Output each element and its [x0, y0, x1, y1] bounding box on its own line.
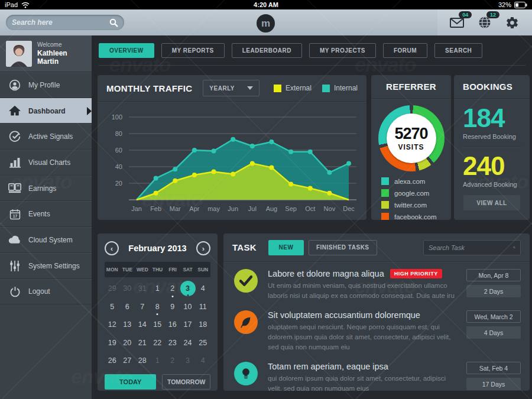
svg-text:17: 17	[12, 214, 17, 218]
sidebar-item-label: Earnings	[28, 184, 56, 193]
calendar-day-selected[interactable]: 3	[180, 280, 196, 298]
clock: 4:20 AM	[123, 1, 409, 8]
settings-button[interactable]	[502, 14, 523, 31]
calendar-day[interactable]: 13	[120, 316, 135, 334]
calendar-day[interactable]: 14	[135, 316, 150, 334]
task-date-button[interactable]: Sat, Feb 4	[466, 362, 521, 374]
sidebar-item-earnings[interactable]: Earnings	[0, 176, 92, 202]
calendar-day[interactable]: 20	[120, 334, 135, 352]
calendar-month-title: February 2013	[128, 244, 186, 253]
calendar-day[interactable]: 2	[165, 280, 180, 298]
tomorrow-button[interactable]: TOMORROW	[162, 374, 210, 390]
calendar-day[interactable]: 8	[150, 298, 166, 316]
calendar-day[interactable]: 4	[196, 280, 211, 298]
sidebar-item-dashboard[interactable]: Dashboard	[0, 98, 92, 124]
calendar-day[interactable]: 1	[150, 280, 166, 298]
calendar-day[interactable]: 29	[105, 280, 120, 298]
sidebar-item-logout[interactable]: Logout	[0, 279, 92, 305]
user-profile-box[interactable]: Welcome Kathleen Martin	[0, 35, 92, 72]
legend-swatch	[381, 201, 389, 209]
sliders-icon	[8, 261, 21, 271]
task-days-button[interactable]: 4 Days	[466, 326, 521, 339]
tab-my-projects[interactable]: MY PROJECTS	[309, 43, 376, 58]
event-dot	[187, 294, 189, 296]
calendar-day[interactable]: 18	[196, 316, 211, 334]
sidebar-item-label: Active Signals	[28, 132, 73, 141]
tab-divider	[99, 65, 525, 66]
tab-leaderboard[interactable]: LEADERBOARD	[232, 43, 302, 58]
sidebar-item-cloud-system[interactable]: Cloud System	[0, 227, 92, 253]
task-title: Labore et dolore magna aliqua	[268, 269, 384, 278]
calendar-day[interactable]: 9	[165, 298, 180, 316]
external-swatch	[274, 85, 281, 92]
bar-chart-icon	[8, 157, 21, 168]
calendar-day[interactable]: 22	[150, 334, 166, 352]
sidebar-item-system-settings[interactable]: System Settings	[0, 253, 92, 279]
event-dot	[157, 313, 158, 315]
app-logo[interactable]: m	[257, 14, 275, 33]
calendar-day[interactable]: 25	[196, 334, 211, 352]
global-search-input[interactable]	[12, 18, 109, 27]
calendar-day[interactable]: 1	[150, 352, 166, 370]
sidebar-item-events[interactable]: 17 Events	[0, 201, 92, 227]
welcome-label: Welcome	[37, 41, 86, 48]
calendar-day[interactable]: 7	[135, 298, 150, 316]
weekday-label: THU	[150, 267, 166, 273]
calendar-day[interactable]: 3	[180, 352, 196, 370]
next-month-button[interactable]: ›	[196, 241, 210, 255]
network-button[interactable]: 12	[475, 14, 495, 31]
calendar-day[interactable]: 4	[196, 352, 211, 370]
calendar-day[interactable]: 11	[196, 298, 211, 316]
svg-text:Mar: Mar	[170, 205, 181, 212]
calendar-day[interactable]: 10	[180, 298, 196, 316]
period-dropdown[interactable]: YEARLY	[203, 80, 259, 96]
calendar-grid: 2930311234567891011121314151617181920212…	[105, 280, 210, 370]
priority-badge: HIGH PRIORITY	[390, 269, 442, 278]
task-date-button[interactable]: Mon, Apr 8	[466, 269, 521, 281]
task-search[interactable]	[423, 240, 521, 255]
messages-button[interactable]: 04	[447, 14, 467, 31]
calendar-day[interactable]: 26	[105, 352, 120, 370]
calendar-day[interactable]: 5	[105, 298, 120, 316]
calendar-day[interactable]: 17	[180, 316, 196, 334]
tab-overview[interactable]: OVERVIEW	[99, 43, 154, 58]
tab-bar: OVERVIEW MY REPORTS LEADERBOARD MY PROJE…	[99, 43, 482, 58]
calendar-day[interactable]: 24	[180, 334, 196, 352]
chart-legend: External Internal	[274, 84, 358, 92]
today-button[interactable]: TODAY	[105, 374, 156, 390]
prev-month-button[interactable]: ‹	[105, 241, 119, 255]
calendar-day[interactable]: 30	[120, 280, 135, 298]
calendar-day[interactable]: 28	[135, 352, 150, 370]
calendar-day[interactable]: 12	[105, 316, 120, 334]
legend-label: google.com	[394, 190, 429, 197]
task-search-input[interactable]	[429, 244, 513, 251]
visits-counter: 5270 VISITS	[387, 113, 436, 163]
task-date-button[interactable]: Wed, March 2	[466, 310, 521, 323]
tab-my-reports[interactable]: MY REPORTS	[161, 43, 225, 58]
calendar-day[interactable]: 16	[165, 316, 180, 334]
calendar-day[interactable]: 6	[120, 298, 135, 316]
calendar-day[interactable]: 23	[165, 334, 180, 352]
calendar-day[interactable]: 19	[105, 334, 120, 352]
task-days-button[interactable]: 2 Days	[466, 285, 521, 297]
view-all-button[interactable]: VIEW ALL	[463, 195, 520, 210]
tab-forum[interactable]: FORUM	[383, 43, 427, 58]
sidebar-item-active-signals[interactable]: Active Signals	[0, 124, 92, 150]
calendar-day[interactable]: 2	[165, 352, 180, 370]
global-search[interactable]	[6, 15, 124, 30]
task-panel: TASK NEW FINISHED TASKS	[223, 233, 530, 391]
task-days-button[interactable]: 17 Days	[466, 378, 521, 390]
finished-tasks-button[interactable]: FINISHED TASKS	[309, 240, 377, 255]
calendar-day[interactable]: 21	[135, 334, 150, 352]
task-description: Ut enim ad minim veniam, quis nostrud ex…	[268, 281, 459, 300]
leaf-icon	[234, 310, 258, 334]
sidebar-item-visual-charts[interactable]: Visual Charts	[0, 150, 92, 176]
new-task-button[interactable]: NEW	[268, 240, 304, 255]
calendar-day[interactable]: 27	[120, 352, 135, 370]
sidebar-item-my-profile[interactable]: My Profile	[0, 72, 92, 98]
reserved-booking-label: Reserved Booking	[463, 133, 530, 140]
calendar-day[interactable]: 15	[150, 316, 166, 334]
calendar-day[interactable]: 31	[135, 280, 150, 298]
tab-search[interactable]: SEARCH	[434, 43, 482, 58]
sidebar-item-label: Dashboard	[28, 107, 66, 115]
